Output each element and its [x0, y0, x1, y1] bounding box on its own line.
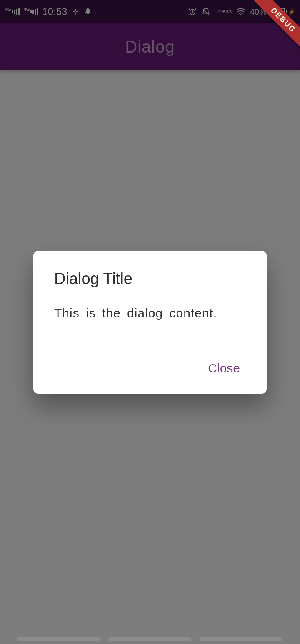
close-button[interactable]: Close [202, 358, 246, 379]
nav-pill[interactable] [108, 637, 192, 641]
nav-pill[interactable] [199, 637, 282, 641]
dialog-title: Dialog Title [54, 270, 246, 288]
dialog-actions: Close [54, 358, 246, 379]
nav-pill[interactable] [18, 637, 101, 641]
modal-scrim[interactable]: Dialog Title This is the dialog content.… [0, 0, 300, 644]
nav-gesture-bar [0, 637, 300, 641]
alert-dialog: Dialog Title This is the dialog content.… [33, 251, 267, 394]
dialog-content: This is the dialog content. [54, 306, 246, 320]
